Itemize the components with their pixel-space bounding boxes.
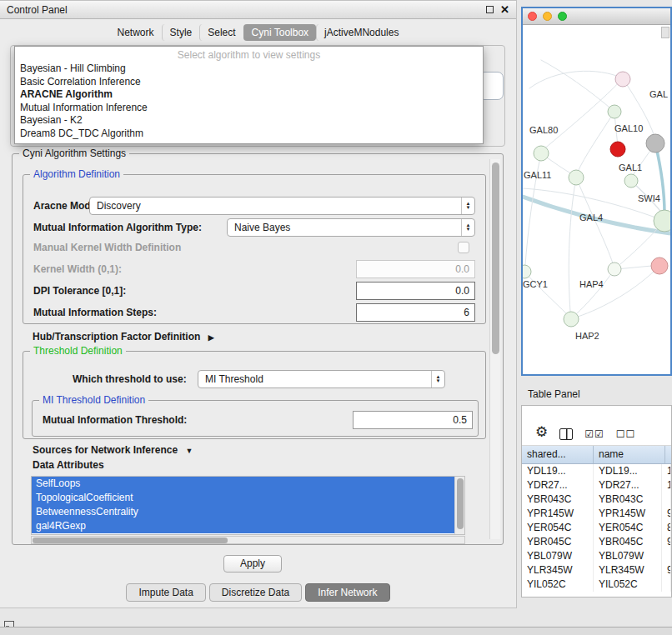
network-edge[interactable] — [529, 71, 623, 88]
node-table: shared... name YDL19... YDL19... 13 YDR2… — [522, 446, 671, 592]
network-edge[interactable] — [524, 272, 566, 313]
table-row[interactable]: YER054C YER054C 8. — [522, 521, 671, 535]
network-view-window: GAL80GAL10GAL11GAL1SWI4GAL4GALGCY1HAP4HA… — [521, 7, 672, 376]
control-panel-tab[interactable]: Select — [199, 24, 243, 41]
network-node[interactable] — [654, 210, 670, 232]
select-all-columns-icon[interactable]: ☑☑ — [584, 428, 604, 440]
network-node[interactable] — [534, 146, 549, 161]
attribute-item[interactable]: BetweennessCentrality — [32, 505, 454, 519]
network-canvas[interactable]: GAL80GAL10GAL11GAL1SWI4GAL4GALGCY1HAP4HA… — [523, 25, 670, 374]
algorithm-definition-title: Algorithm Definition — [30, 168, 123, 180]
close-button[interactable] — [528, 12, 537, 21]
network-node[interactable] — [608, 262, 621, 276]
close-panel-icon[interactable]: ✕ — [500, 6, 509, 14]
sources-section-label: Sources for Network Inference — [33, 444, 178, 456]
node-label: HAP4 — [579, 279, 604, 289]
hub-section-label: Hub/Transcription Factor Definition — [33, 331, 200, 342]
hub-section-toggle[interactable]: Hub/Transcription Factor Definition ▶ — [33, 331, 214, 342]
network-node[interactable] — [615, 72, 630, 87]
network-view-scrollbar[interactable] — [661, 27, 669, 38]
value-cell: 12 — [662, 478, 671, 492]
control-panel-tab[interactable]: jActiveMNodules — [316, 24, 406, 41]
table-column-header[interactable]: name — [594, 446, 665, 463]
algorithm-menu-item[interactable]: Bayesian - Hill Climbing — [15, 62, 483, 76]
tab-label: Network — [118, 27, 154, 38]
which-threshold-select[interactable]: MI Threshold ▲▼ — [198, 370, 445, 388]
algorithm-menu-item[interactable]: Bayesian - K2 — [15, 114, 483, 128]
attributes-vertical-scrollbar[interactable] — [454, 477, 464, 534]
table-column-header[interactable]: shared... — [522, 446, 594, 463]
float-window-icon[interactable] — [486, 6, 494, 13]
network-edge[interactable] — [541, 60, 614, 112]
algorithm-menu-item[interactable]: ARACNE Algorithm — [15, 88, 483, 102]
algorithm-menu-item[interactable]: Mutual Information Inference — [15, 102, 483, 115]
table-row[interactable]: YPR145W YPR145W 9. — [522, 507, 671, 521]
sources-section-toggle[interactable]: Sources for Network Inference ▼ — [33, 444, 193, 456]
network-edge[interactable] — [576, 269, 614, 314]
tab-label: Style — [170, 27, 193, 38]
table-row[interactable]: YBL079W YBL079W — [522, 549, 671, 563]
apply-button[interactable]: Apply — [223, 555, 282, 572]
attribute-item[interactable]: TopologicalCoefficient — [32, 491, 454, 505]
network-node[interactable] — [646, 134, 664, 152]
control-panel-titlebar: Control Panel ✕ — [0, 1, 516, 19]
network-edge[interactable] — [569, 178, 576, 312]
table-row[interactable]: YBR045C YBR045C 9. — [522, 535, 671, 549]
dpi-tolerance-input[interactable]: 0.0 — [356, 282, 475, 300]
zoom-button[interactable] — [558, 12, 567, 21]
mi-threshold-label: Mutual Information Threshold: — [43, 411, 187, 429]
algorithm-menu-item[interactable]: Dream8 DC_TDC Algorithm — [15, 128, 483, 141]
attribute-item[interactable]: SelfLoops — [32, 477, 454, 491]
table-row[interactable]: YLR345W YLR345W 9. — [522, 563, 671, 578]
manual-kernel-checkbox[interactable] — [458, 242, 469, 253]
network-canvas-container: GAL80GAL10GAL11GAL1SWI4GAL4GALGCY1HAP4HA… — [523, 25, 670, 374]
attribute-item[interactable]: gal4RGexp — [32, 519, 454, 533]
settings-scrollbar[interactable] — [489, 159, 500, 539]
application-root: Control Panel ✕ Network Style — [0, 0, 672, 635]
mi-steps-label: Mutual Information Steps: — [33, 303, 157, 322]
network-node[interactable] — [523, 265, 531, 278]
network-window-titlebar — [523, 8, 670, 25]
table-row[interactable]: YBR043C YBR043C — [522, 492, 671, 507]
settings-group-title: Cyni Algorithm Settings — [19, 148, 129, 159]
minimize-button[interactable] — [543, 12, 552, 21]
network-node[interactable] — [610, 142, 625, 157]
kernel-width-input[interactable]: 0.0 — [356, 260, 475, 278]
mi-threshold-input[interactable]: 0.5 — [353, 411, 473, 429]
mi-type-select[interactable]: Naive Bayes ▲▼ — [227, 218, 475, 237]
network-node[interactable] — [608, 105, 621, 118]
network-node[interactable] — [564, 312, 579, 327]
control-panel-tab[interactable]: Cyni Toolbox — [243, 24, 316, 41]
table-toolbar: ⚙ ☑☑ ☐☐ — [522, 406, 671, 446]
cyni-mode-tabbar: Impute Data Discretize Data Infer Networ… — [0, 583, 516, 602]
cyni-mode-tab[interactable]: Impute Data — [126, 583, 205, 602]
table-row[interactable]: YIL052C YIL052C — [522, 578, 671, 592]
attributes-horizontal-scrollbar[interactable] — [31, 536, 465, 544]
control-panel-tabbar: Network Style Select Cyni Toolbox — [0, 24, 516, 41]
mi-steps-input[interactable]: 6 — [356, 303, 475, 322]
control-panel-tab[interactable]: Network — [110, 24, 162, 41]
algorithm-dropdown-popup: Select algorithm to view settings Bayesi… — [14, 46, 484, 144]
deselect-all-columns-icon[interactable]: ☐☐ — [616, 428, 636, 440]
control-panel-tab[interactable]: Style — [162, 24, 200, 41]
network-node[interactable] — [569, 170, 584, 185]
shared-name-cell: YER054C — [522, 521, 594, 535]
table-row[interactable]: YDR27... YDR27... 12 — [522, 478, 671, 492]
network-node[interactable] — [651, 258, 668, 274]
cyni-mode-tab[interactable]: Infer Network — [305, 583, 389, 602]
gear-icon[interactable]: ⚙ — [535, 425, 548, 440]
table-row[interactable]: YDL19... YDL19... 13 — [522, 464, 671, 478]
table-header-row: shared... name — [522, 446, 671, 464]
columns-icon[interactable] — [559, 428, 573, 440]
aracne-mode-select[interactable]: Discovery ▲▼ — [89, 197, 475, 215]
node-label: GAL4 — [579, 212, 603, 222]
cyni-mode-tab[interactable]: Discretize Data — [209, 583, 302, 602]
table-panel-window: ⚙ ☑☑ ☐☐ shared... name YDL19... YDL19... — [521, 405, 672, 598]
node-label: GAL1 — [619, 162, 642, 172]
table-body: YDL19... YDL19... 13 YDR27... YDR27... 1… — [522, 464, 671, 592]
algorithm-menu-item[interactable]: Basic Correlation Inference — [15, 76, 483, 89]
value-cell: 9. — [662, 507, 671, 521]
name-cell: YDL19... — [594, 464, 662, 478]
network-edge[interactable] — [578, 112, 614, 172]
network-node[interactable] — [624, 174, 638, 188]
